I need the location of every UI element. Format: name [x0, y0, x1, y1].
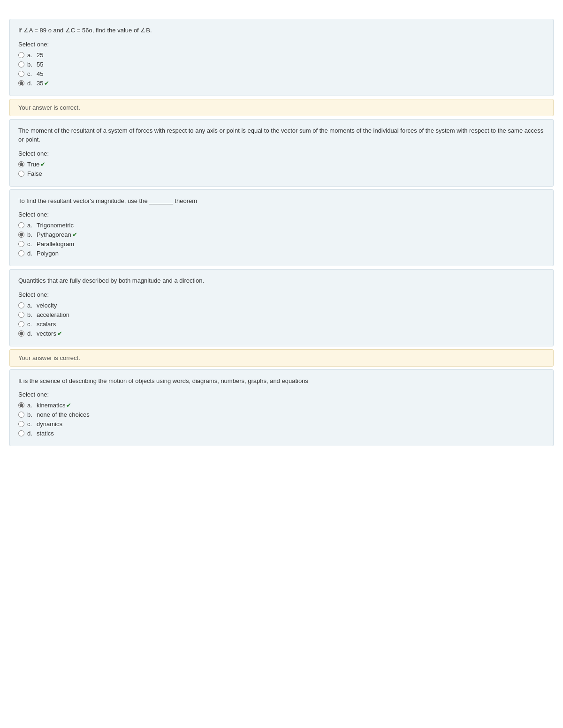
- option-text-q4-0: velocity: [37, 302, 57, 309]
- option-item-q4-2: c.scalars: [18, 321, 545, 328]
- feedback-block-q4: Your answer is correct.: [9, 349, 554, 367]
- option-item-q3-1: b.Pythagorean✔: [18, 231, 545, 238]
- option-text-q5-1: none of the choices: [37, 411, 90, 418]
- option-text-q1-3: 35: [37, 80, 43, 87]
- question-text-q3: To find the resultant vector's magnitude…: [18, 196, 545, 206]
- option-letter-q5-1: b.: [27, 411, 35, 418]
- option-item-q1-0: a.25: [18, 52, 545, 59]
- options-list-q5: a.kinematics✔b.none of the choicesc.dyna…: [18, 402, 545, 437]
- question-block-q4: Quantities that are fully described by b…: [9, 269, 554, 346]
- option-text-q1-0: 25: [37, 52, 43, 59]
- option-letter-q3-3: d.: [27, 250, 35, 257]
- feedback-block-q1: Your answer is correct.: [9, 99, 554, 116]
- radio-q1-0[interactable]: [18, 52, 24, 58]
- option-item-q2-0: True✔: [18, 161, 545, 168]
- option-text-q3-0: Trigonometric: [37, 222, 74, 229]
- option-letter-q5-3: d.: [27, 430, 35, 437]
- option-item-q1-1: b.55: [18, 61, 545, 68]
- option-letter-q3-1: b.: [27, 231, 35, 238]
- option-item-q4-3: d.vectors✔: [18, 330, 545, 337]
- radio-q3-1[interactable]: [18, 232, 24, 238]
- option-item-q4-1: b.acceleration: [18, 311, 545, 318]
- check-icon-q1-3: ✔: [44, 80, 49, 87]
- option-text-q1-2: 45: [37, 70, 43, 77]
- option-text-q3-3: Polygon: [37, 250, 59, 257]
- options-list-q1: a.25b.55c.45d.35✔: [18, 52, 545, 87]
- check-icon-q4-3: ✔: [57, 330, 62, 337]
- option-letter-q1-1: b.: [27, 61, 35, 68]
- option-text-q3-1: Pythagorean: [37, 231, 71, 238]
- radio-q1-1[interactable]: [18, 61, 24, 68]
- radio-q1-3[interactable]: [18, 80, 24, 86]
- radio-q5-3[interactable]: [18, 430, 24, 436]
- option-text-q4-3: vectors: [37, 330, 56, 337]
- option-text-q3-2: Parallelogram: [37, 240, 74, 248]
- option-letter-q3-0: a.: [27, 222, 35, 229]
- option-item-q5-2: c.dynamics: [18, 420, 545, 428]
- question-text-q2: The moment of the resultant of a system …: [18, 126, 545, 144]
- question-block-q3: To find the resultant vector's magnitude…: [9, 189, 554, 267]
- question-text-q1: If ∠A = 89 o and ∠C = 56o, find the valu…: [18, 26, 545, 35]
- option-letter-q4-3: d.: [27, 330, 35, 337]
- option-letter-q1-2: c.: [27, 70, 35, 77]
- option-text-q4-2: scalars: [37, 321, 56, 328]
- radio-q5-2[interactable]: [18, 421, 24, 427]
- options-list-q4: a.velocityb.accelerationc.scalarsd.vecto…: [18, 302, 545, 337]
- option-letter-q4-0: a.: [27, 302, 35, 309]
- options-list-q2: True✔False: [18, 161, 545, 177]
- option-item-q4-0: a.velocity: [18, 302, 545, 309]
- option-item-q5-1: b.none of the choices: [18, 411, 545, 418]
- select-one-label-q2: Select one:: [18, 150, 545, 157]
- radio-q1-2[interactable]: [18, 71, 24, 77]
- radio-q4-2[interactable]: [18, 321, 24, 327]
- question-text-q5: It is the science of describing the moti…: [18, 376, 545, 386]
- select-one-label-q5: Select one:: [18, 391, 545, 398]
- option-text-q2-0: True: [27, 161, 39, 168]
- option-letter-q1-0: a.: [27, 52, 35, 59]
- option-item-q1-2: c.45: [18, 70, 545, 77]
- check-icon-q3-1: ✔: [72, 231, 77, 238]
- question-block-q1: If ∠A = 89 o and ∠C = 56o, find the valu…: [9, 19, 554, 96]
- option-item-q2-1: False: [18, 170, 545, 177]
- option-text-q1-1: 55: [37, 61, 43, 68]
- option-letter-q4-2: c.: [27, 321, 35, 328]
- radio-q5-0[interactable]: [18, 402, 24, 408]
- select-one-label-q3: Select one:: [18, 211, 545, 218]
- option-item-q3-3: d.Polygon: [18, 250, 545, 257]
- questions-container: If ∠A = 89 o and ∠C = 56o, find the valu…: [9, 19, 554, 446]
- select-one-label-q1: Select one:: [18, 41, 545, 48]
- radio-q3-0[interactable]: [18, 222, 24, 228]
- radio-q4-3[interactable]: [18, 330, 24, 337]
- option-letter-q5-0: a.: [27, 402, 35, 409]
- radio-q5-1[interactable]: [18, 412, 24, 418]
- radio-q3-3[interactable]: [18, 250, 24, 256]
- option-letter-q3-2: c.: [27, 240, 35, 248]
- radio-q4-0[interactable]: [18, 302, 24, 308]
- radio-q4-1[interactable]: [18, 312, 24, 318]
- option-text-q4-1: acceleration: [37, 311, 69, 318]
- radio-q3-2[interactable]: [18, 241, 24, 247]
- radio-q2-1[interactable]: [18, 171, 24, 177]
- option-item-q1-3: d.35✔: [18, 80, 545, 87]
- option-text-q5-2: dynamics: [37, 420, 62, 428]
- options-list-q3: a.Trigonometricb.Pythagorean✔c.Parallelo…: [18, 222, 545, 257]
- check-icon-q2-0: ✔: [40, 161, 46, 168]
- option-text-q2-1: False: [27, 170, 42, 177]
- option-letter-q4-1: b.: [27, 311, 35, 318]
- option-item-q3-0: a.Trigonometric: [18, 222, 545, 229]
- question-block-q2: The moment of the resultant of a system …: [9, 119, 554, 187]
- option-item-q3-2: c.Parallelogram: [18, 240, 545, 248]
- option-text-q5-3: statics: [37, 430, 54, 437]
- option-letter-q1-3: d.: [27, 80, 35, 87]
- select-one-label-q4: Select one:: [18, 291, 545, 298]
- option-item-q5-0: a.kinematics✔: [18, 402, 545, 409]
- check-icon-q5-0: ✔: [66, 402, 71, 409]
- option-text-q5-0: kinematics: [37, 402, 65, 409]
- option-letter-q5-2: c.: [27, 420, 35, 428]
- question-text-q4: Quantities that are fully described by b…: [18, 276, 545, 285]
- option-item-q5-3: d.statics: [18, 430, 545, 437]
- question-block-q5: It is the science of describing the moti…: [9, 369, 554, 447]
- radio-q2-0[interactable]: [18, 161, 24, 167]
